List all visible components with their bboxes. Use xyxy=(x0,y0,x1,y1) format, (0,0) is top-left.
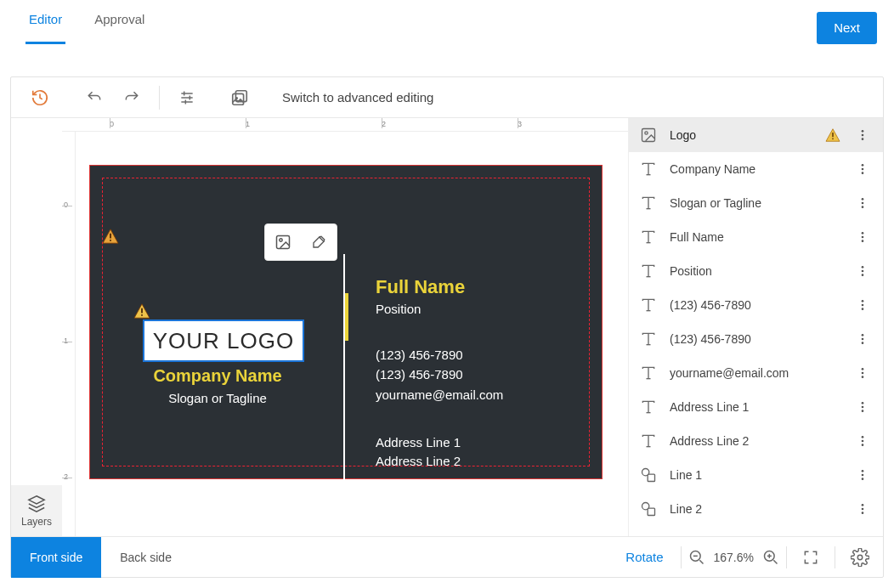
layer-menu-icon[interactable] xyxy=(852,397,873,417)
layer-menu-icon[interactable] xyxy=(852,125,873,145)
layer-label: Full Name xyxy=(670,230,840,244)
layer-row[interactable]: Full Name xyxy=(629,220,883,254)
layers-icon xyxy=(27,494,46,512)
sliders-icon[interactable] xyxy=(172,82,202,113)
svg-rect-16 xyxy=(642,129,655,142)
address2-text[interactable]: Address Line 2 xyxy=(376,452,503,472)
layer-row[interactable]: Line 1 xyxy=(629,458,883,492)
layers-panel[interactable]: LogoCompany NameSlogan or TaglineFull Na… xyxy=(628,118,883,536)
layer-menu-icon[interactable] xyxy=(852,261,873,281)
layer-row[interactable]: Logo xyxy=(629,118,883,152)
svg-point-41 xyxy=(862,270,864,273)
layer-row[interactable]: (123) 456-7890 xyxy=(629,322,883,356)
svg-point-46 xyxy=(862,304,864,307)
layer-row[interactable]: (123) 456-7890 xyxy=(629,288,883,322)
front-side-button[interactable]: Front side xyxy=(11,537,101,578)
email-text[interactable]: yourname@email.com xyxy=(376,385,503,404)
text-icon xyxy=(639,433,658,449)
svg-point-85 xyxy=(857,555,863,560)
fullscreen-icon[interactable] xyxy=(794,549,828,566)
layer-menu-icon[interactable] xyxy=(852,465,873,485)
canvas-area[interactable]: 0 1 2 3 0 1 2 xyxy=(11,118,628,536)
card-left-column: Company Name Slogan or Tagline xyxy=(90,366,345,405)
svg-point-27 xyxy=(862,172,864,174)
svg-point-75 xyxy=(862,504,864,506)
svg-point-35 xyxy=(862,232,864,235)
svg-point-37 xyxy=(862,240,864,242)
layer-label: (123) 456-7890 xyxy=(670,298,840,312)
layer-row[interactable]: Address Line 1 xyxy=(629,390,883,424)
bottom-bar: Front side Back side Rotate 167.6% xyxy=(11,536,883,577)
svg-point-21 xyxy=(862,134,864,137)
svg-point-40 xyxy=(862,266,864,269)
svg-point-61 xyxy=(862,406,864,409)
warning-icon xyxy=(825,128,840,142)
layer-menu-icon[interactable] xyxy=(852,295,873,315)
settings-icon[interactable] xyxy=(842,548,878,567)
layer-label: Address Line 1 xyxy=(670,400,840,414)
svg-point-25 xyxy=(862,164,864,167)
svg-rect-19 xyxy=(832,139,833,139)
layer-row[interactable]: Slogan or Tagline xyxy=(629,186,883,220)
layer-menu-icon[interactable] xyxy=(852,193,873,213)
layer-row[interactable]: Line 2 xyxy=(629,492,883,526)
back-side-button[interactable]: Back side xyxy=(101,537,190,578)
svg-point-71 xyxy=(862,474,864,477)
phone1-text[interactable]: (123) 456-7890 xyxy=(376,345,503,365)
zoom-out-icon[interactable] xyxy=(688,549,705,566)
image-icon xyxy=(639,127,658,144)
layer-row[interactable]: Position xyxy=(629,254,883,288)
position-text[interactable]: Position xyxy=(376,302,503,316)
divider-line-yellow xyxy=(345,293,348,341)
tagline-text[interactable]: Slogan or Tagline xyxy=(90,391,345,405)
edit-icon[interactable] xyxy=(301,224,337,260)
history-icon[interactable] xyxy=(25,82,55,113)
svg-rect-13 xyxy=(141,308,143,314)
svg-point-26 xyxy=(862,168,864,171)
layer-menu-icon[interactable] xyxy=(852,227,873,247)
fullname-text[interactable]: Full Name xyxy=(376,276,503,298)
svg-point-56 xyxy=(862,372,864,375)
phone2-text[interactable]: (123) 456-7890 xyxy=(376,365,503,384)
svg-point-62 xyxy=(862,410,864,412)
layers-toggle[interactable]: Layers xyxy=(11,485,62,536)
layer-menu-icon[interactable] xyxy=(852,159,873,179)
replace-image-icon[interactable] xyxy=(265,224,301,260)
image-stack-icon[interactable] xyxy=(224,82,255,113)
address1-text[interactable]: Address Line 1 xyxy=(376,433,503,453)
svg-point-10 xyxy=(280,239,282,241)
zoom-in-icon[interactable] xyxy=(762,549,779,566)
layer-row[interactable]: Company Name xyxy=(629,152,883,186)
text-icon xyxy=(639,297,658,314)
layer-label: Company Name xyxy=(670,162,840,176)
svg-point-36 xyxy=(862,236,864,239)
switch-advanced-link[interactable]: Switch to advanced editing xyxy=(282,90,433,105)
undo-icon[interactable] xyxy=(79,82,110,113)
layer-menu-icon[interactable] xyxy=(852,431,873,451)
layer-label: yourname@email.com xyxy=(670,366,840,380)
company-text[interactable]: Company Name xyxy=(90,366,345,386)
next-button[interactable]: Next xyxy=(817,12,877,44)
svg-point-70 xyxy=(862,470,864,472)
tab-editor[interactable]: Editor xyxy=(25,12,65,44)
tab-approval[interactable]: Approval xyxy=(91,12,148,44)
logo-placeholder[interactable]: YOUR LOGO xyxy=(143,319,304,362)
layer-menu-icon[interactable] xyxy=(852,363,873,383)
layer-menu-icon[interactable] xyxy=(852,499,873,519)
rotate-button[interactable]: Rotate xyxy=(615,550,673,564)
layer-label: Line 1 xyxy=(670,468,840,482)
toolbar: Switch to advanced editing xyxy=(11,77,883,118)
top-tabs: Editor Approval xyxy=(25,12,148,44)
layer-row[interactable]: Address Line 2 xyxy=(629,424,883,458)
svg-rect-69 xyxy=(648,474,654,481)
svg-point-72 xyxy=(862,478,864,480)
svg-marker-15 xyxy=(29,496,44,504)
svg-rect-14 xyxy=(141,314,143,316)
svg-point-45 xyxy=(862,300,864,302)
text-icon xyxy=(639,195,658,212)
text-icon xyxy=(639,263,658,280)
layer-row[interactable]: yourname@email.com xyxy=(629,356,883,390)
design-canvas[interactable]: YOUR LOGO Company Name Slogan or Tagline… xyxy=(89,165,603,479)
layer-menu-icon[interactable] xyxy=(852,329,873,349)
redo-icon[interactable] xyxy=(116,82,147,113)
